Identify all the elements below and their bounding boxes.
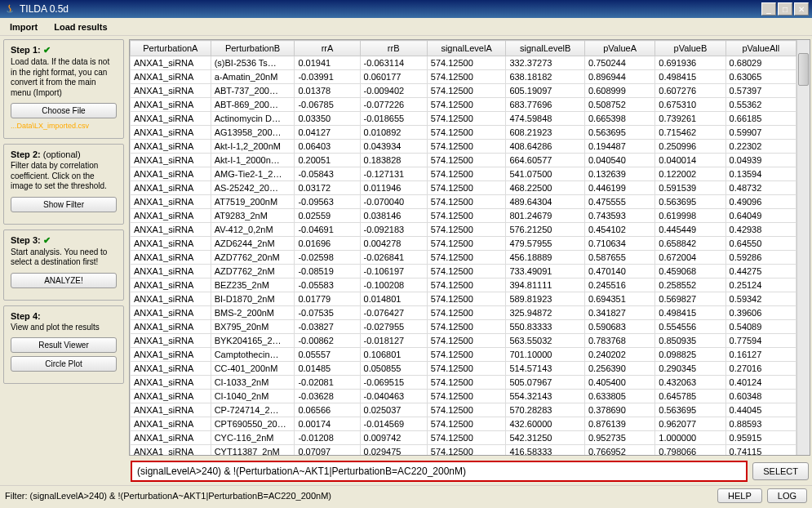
table-cell: 0.378690	[584, 403, 654, 417]
table-row[interactable]: ANXA1_siRNABYK204165_2…-0.00862-0.018127…	[131, 334, 796, 348]
table-cell: 0.59907	[725, 126, 796, 140]
table-cell: Camptothecin…	[211, 348, 295, 362]
scrollbar-thumb[interactable]	[798, 53, 809, 86]
table-cell: CP-724714_2…	[211, 403, 295, 417]
table-cell: ANXA1_siRNA	[131, 84, 211, 98]
table-row[interactable]: ANXA1_siRNAAMG-Tie2-1_2…-0.05843-0.12713…	[131, 167, 796, 181]
table-cell: 0.44045	[725, 403, 796, 417]
menu-import[interactable]: Import	[5, 20, 42, 33]
filter-input[interactable]	[134, 464, 744, 479]
column-header[interactable]: pValueA	[584, 41, 654, 56]
column-header[interactable]: rrB	[360, 41, 427, 56]
table-row[interactable]: ANXA1_siRNACI-1033_2nM-0.02081-0.0695155…	[131, 376, 796, 390]
maximize-button[interactable]: □	[778, 2, 792, 16]
statusbar: Filter: (signalLevelA>240) & !(Perturbat…	[0, 485, 812, 505]
show-filter-button[interactable]: Show Filter	[11, 197, 117, 212]
table-cell: 0.64049	[725, 209, 796, 223]
table-row[interactable]: ANXA1_siRNAAT7519_200nM-0.09563-0.070040…	[131, 195, 796, 209]
table-cell: 574.12500	[427, 348, 506, 362]
table-row[interactable]: ANXA1_siRNABI-D1870_2nM0.017790.01480157…	[131, 292, 796, 306]
column-header[interactable]: pValueAll	[725, 41, 796, 56]
table-row[interactable]: ANXA1_siRNABX795_20nM-0.03827-0.02795557…	[131, 320, 796, 334]
table-row[interactable]: ANXA1_siRNACC-401_200nM0.014850.05085557…	[131, 362, 796, 376]
help-button[interactable]: HELP	[717, 488, 762, 503]
table-row[interactable]: ANXA1_siRNABMS-2_200nM-0.07535-0.0764275…	[131, 306, 796, 320]
table-cell: 479.57955	[506, 237, 585, 251]
table-cell: -0.070040	[360, 195, 427, 209]
table-row[interactable]: ANXA1_siRNAAT9283_2nM0.025590.038146574.…	[131, 209, 796, 223]
table-row[interactable]: ANXA1_siRNACI-1040_2nM-0.03628-0.0404635…	[131, 390, 796, 403]
table-cell: 0.715462	[655, 126, 725, 140]
table-cell: 0.694351	[584, 292, 654, 306]
table-row[interactable]: ANXA1_siRNAActinomycin D…0.03350-0.01865…	[131, 112, 796, 126]
column-header[interactable]: signalLevelB	[506, 41, 585, 56]
step2-note: (optional)	[43, 149, 81, 159]
table-cell: 0.01485	[295, 362, 360, 376]
table-cell: 574.12500	[427, 84, 506, 98]
titlebar: TILDA 0.5d _ □ ✕	[0, 0, 812, 18]
circle-plot-button[interactable]: Circle Plot	[11, 356, 117, 372]
table-cell: ANXA1_siRNA	[131, 167, 211, 181]
table-cell: 574.12500	[427, 265, 506, 279]
table-cell: 0.256390	[584, 362, 654, 376]
column-header[interactable]: PerturbationA	[131, 41, 211, 56]
window-controls: _ □ ✕	[761, 2, 809, 16]
table-cell: 0.68029	[725, 56, 796, 70]
table-cell: 574.12500	[427, 431, 506, 445]
step3-box: Step 3: ✔ Start analysis. You need to se…	[3, 229, 124, 301]
table-cell: CI-1033_2nM	[211, 376, 295, 390]
step3-title: Step 3:	[11, 235, 41, 245]
select-button[interactable]: SELECT	[752, 462, 809, 480]
table-cell: 505.07967	[506, 376, 585, 390]
table-row[interactable]: ANXA1_siRNAAZD6244_2nM0.016960.004278574…	[131, 237, 796, 251]
vertical-scrollbar[interactable]	[796, 40, 810, 455]
table-row[interactable]: ANXA1_siRNAAS-25242_20…0.031720.01194657…	[131, 181, 796, 195]
table-cell: 0.445449	[655, 223, 725, 237]
table-row[interactable]: ANXA1_siRNAAZD7762_20nM-0.02598-0.026841…	[131, 251, 796, 265]
choose-file-button[interactable]: Choose File	[11, 103, 117, 118]
close-button[interactable]: ✕	[794, 2, 809, 16]
table-row[interactable]: ANXA1_siRNAAkt-I-1,2_200nM0.064030.04393…	[131, 140, 796, 154]
column-header[interactable]: rrA	[295, 41, 360, 56]
table-cell: 0.183828	[360, 154, 427, 167]
table-row[interactable]: ANXA1_siRNAABT-869_200…-0.06785-0.077226…	[131, 98, 796, 112]
table-row[interactable]: ANXA1_siRNACamptothecin…0.055570.1068015…	[131, 348, 796, 362]
table-cell: 468.22500	[506, 181, 585, 195]
table-cell: -0.06785	[295, 98, 360, 112]
column-header[interactable]: pValueB	[655, 41, 725, 56]
table-cell: BMS-2_200nM	[211, 306, 295, 320]
column-header[interactable]: signalLevelA	[427, 41, 506, 56]
table-cell: 554.32143	[506, 390, 585, 403]
table-cell: 0.009742	[360, 431, 427, 445]
table-cell: ABT-869_200…	[211, 98, 295, 112]
table-row[interactable]: ANXA1_siRNAAkt-I-1_2000n…0.200510.183828…	[131, 154, 796, 167]
minimize-button[interactable]: _	[761, 2, 776, 16]
data-table[interactable]: PerturbationAPerturbationBrrArrBsignalLe…	[130, 40, 796, 455]
table-row[interactable]: ANXA1_siRNACYC-116_2nM-0.012080.00974257…	[131, 431, 796, 445]
table-row[interactable]: ANXA1_siRNA(s)BI-2536 Ts…0.01941-0.06311…	[131, 56, 796, 70]
table-row[interactable]: ANXA1_siRNACP-724714_2…0.065660.02503757…	[131, 403, 796, 417]
step1-title: Step 1:	[11, 45, 41, 55]
table-row[interactable]: ANXA1_siRNAAV-412_0,2nM-0.04691-0.092183…	[131, 223, 796, 237]
table-cell: 574.12500	[427, 112, 506, 126]
table-row[interactable]: ANXA1_siRNAAZD7762_2nM-0.08519-0.1061975…	[131, 265, 796, 279]
table-cell: 0.739261	[655, 112, 725, 126]
table-row[interactable]: ANXA1_siRNAAG13958_200…0.041270.01089257…	[131, 126, 796, 140]
table-row[interactable]: ANXA1_siRNAABT-737_200…0.01378-0.0094025…	[131, 84, 796, 98]
analyze-button[interactable]: ANALYZE!	[11, 273, 117, 288]
table-cell: 0.02559	[295, 209, 360, 223]
column-header[interactable]: PerturbationB	[211, 41, 295, 56]
table-cell: -0.018127	[360, 334, 427, 348]
step3-desc: Start analysis. You need to select a des…	[11, 247, 117, 268]
table-cell: ANXA1_siRNA	[131, 70, 211, 84]
log-button[interactable]: LOG	[767, 488, 807, 503]
table-cell: -0.127131	[360, 167, 427, 181]
table-row[interactable]: ANXA1_siRNABEZ235_2nM-0.05583-0.10020857…	[131, 279, 796, 292]
menu-load-results[interactable]: Load results	[49, 20, 112, 33]
table-cell: 0.750244	[584, 56, 654, 70]
table-row[interactable]: ANXA1_siRNACYT11387_2nM0.070970.02947557…	[131, 445, 796, 456]
step2-title: Step 2:	[11, 149, 41, 159]
result-viewer-button[interactable]: Result Viewer	[11, 337, 117, 353]
table-row[interactable]: ANXA1_siRNAa-Amatin_20nM-0.039910.060177…	[131, 70, 796, 84]
table-row[interactable]: ANXA1_siRNACPT690550_20…0.00174-0.014569…	[131, 417, 796, 431]
